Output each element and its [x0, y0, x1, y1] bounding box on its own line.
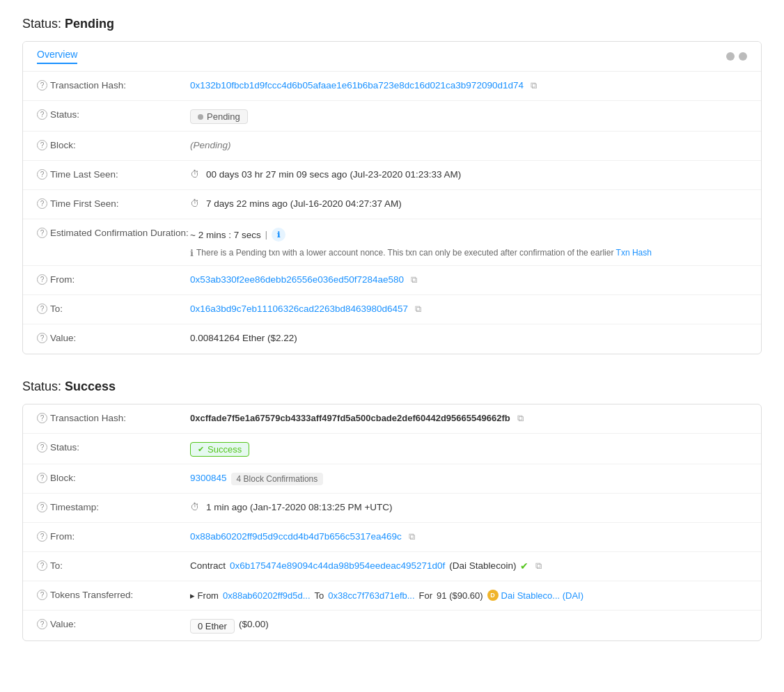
pending-value-row: ? Value: 0.00841264 Ether ($2.22) [23, 324, 761, 354]
success-tx-hash-row: ? Transaction Hash: 0xcffade7f5e1a67579c… [23, 404, 761, 434]
success-to-copy-icon[interactable]: ⧉ [535, 560, 542, 572]
time-first-seen-clock-icon: ⏱ [190, 198, 200, 209]
success-status-badge: Success [190, 442, 249, 457]
from-help-icon[interactable]: ? [37, 274, 47, 285]
pending-note: ℹ There is a Pending txn with a lower ac… [190, 248, 652, 258]
tokens-to-address-link[interactable]: 0x38cc7f763d71efb... [328, 590, 414, 601]
success-tx-hash-help-icon[interactable]: ? [37, 413, 47, 423]
success-timestamp-row: ? Timestamp: ⏱ 1 min ago (Jan-17-2020 08… [23, 494, 761, 523]
pending-to-copy-icon[interactable]: ⧉ [415, 304, 421, 315]
pending-value-label: ? Value: [37, 331, 190, 343]
success-to-verified-icon: ✔ [520, 560, 528, 572]
est-confirm-help-icon[interactable]: ? [37, 228, 47, 238]
success-to-contract-link[interactable]: 0x6b175474e89094c44da98b954eedeac495271d… [230, 560, 445, 571]
overview-tab[interactable]: Overview [37, 49, 77, 64]
success-block-value: 9300845 4 Block Confirmations [190, 471, 747, 485]
pending-tab-bar: Overview [23, 42, 761, 72]
tokens-amount: 91 ($90.60) [437, 590, 483, 601]
dai-token-link[interactable]: Dai Stableco... (DAI) [501, 590, 584, 601]
pending-block-value: (Pending) [190, 139, 747, 150]
pending-est-confirm-row: ? Estimated Confirmation Duration: ~ 2 m… [23, 219, 761, 266]
tokens-from-address-link[interactable]: 0x88ab60202ff9d5d... [223, 590, 311, 601]
success-from-value: 0x88ab60202ff9d5d9ccdd4b4d7b656c5317ea46… [190, 530, 747, 542]
success-to-value: Contract 0x6b175474e89094c44da98b954eede… [190, 559, 747, 572]
pending-time-first-seen-value: ⏱ 7 days 22 mins ago (Jul-16-2020 04:27:… [190, 197, 747, 209]
time-last-seen-text: 00 days 03 hr 27 min 09 secs ago (Jul-23… [206, 169, 461, 180]
success-value-help-icon[interactable]: ? [37, 619, 47, 629]
pending-from-address-link[interactable]: 0x53ab330f2ee86debb26556e036ed50f7284ae5… [190, 274, 404, 285]
pending-from-label: ? From: [37, 273, 190, 285]
success-status-help-icon[interactable]: ? [37, 442, 47, 453]
pending-to-label: ? To: [37, 302, 190, 314]
success-timestamp-help-icon[interactable]: ? [37, 502, 47, 512]
pending-section: Status: Pending Overview ? Transaction H… [22, 17, 762, 354]
success-block-help-icon[interactable]: ? [37, 473, 47, 483]
success-status-row: ? Status: Success [23, 434, 761, 464]
success-value-label: ? Value: [37, 618, 190, 629]
success-value-row: ? Value: 0 Ether ($0.00) [23, 611, 761, 640]
success-to-name: (Dai Stablecoin) [449, 560, 516, 571]
success-to-help-icon[interactable]: ? [37, 560, 47, 571]
success-section-title: Status: Success [22, 379, 762, 394]
success-tx-hash-value: 0xcffade7f5e1a67579cb4333aff497fd5a500cb… [190, 411, 747, 424]
time-first-seen-text: 7 days 22 mins ago (Jul-16-2020 04:27:37… [206, 198, 402, 209]
pending-status-badge: Pending [190, 109, 248, 124]
pending-earlier-txn-link[interactable]: Txn Hash [616, 248, 652, 258]
pending-tx-hash-link[interactable]: 0x132b10fbcb1d9fccc4d6b05afaae1e61b6ba72… [190, 80, 524, 91]
success-tx-hash-copy-icon[interactable]: ⧉ [517, 413, 524, 424]
pending-from-copy-icon[interactable]: ⧉ [411, 274, 417, 285]
pending-time-last-seen-row: ? Time Last Seen: ⏱ 00 days 03 hr 27 min… [23, 161, 761, 190]
pending-tx-hash-label: ? Transaction Hash: [37, 79, 190, 91]
dot-1 [726, 52, 735, 61]
pending-time-last-seen-label: ? Time Last Seen: [37, 168, 190, 180]
success-block-number-link[interactable]: 9300845 [190, 473, 227, 483]
tx-hash-help-icon[interactable]: ? [37, 80, 47, 91]
success-tx-hash-label: ? Transaction Hash: [37, 411, 190, 423]
to-help-icon[interactable]: ? [37, 304, 47, 314]
pending-from-row: ? From: 0x53ab330f2ee86debb26556e036ed50… [23, 266, 761, 295]
success-block-row: ? Block: 9300845 4 Block Confirmations [23, 464, 761, 494]
success-from-help-icon[interactable]: ? [37, 531, 47, 542]
success-tokens-label: ? Tokens Transferred: [37, 588, 190, 600]
success-timestamp-clock-icon: ⏱ [190, 502, 200, 512]
success-tokens-help-icon[interactable]: ? [37, 590, 47, 600]
pending-card: Overview ? Transaction Hash: 0x132b10fbc… [22, 41, 762, 354]
success-status-label: ? Status: [37, 441, 190, 453]
success-to-label: ? To: [37, 559, 190, 571]
pending-block-text: (Pending) [190, 140, 231, 150]
value-help-icon[interactable]: ? [37, 333, 47, 343]
pending-tx-hash-row: ? Transaction Hash: 0x132b10fbcb1d9fccc4… [23, 72, 761, 101]
success-from-row: ? From: 0x88ab60202ff9d5d9ccdd4b4d7b656c… [23, 523, 761, 552]
success-to-prefix: Contract [190, 560, 226, 571]
token-transfer-row: ▸ From 0x88ab60202ff9d5d... To 0x38cc7f7… [190, 590, 583, 601]
status-help-icon[interactable]: ? [37, 109, 47, 120]
success-from-copy-icon[interactable]: ⧉ [409, 531, 415, 542]
pending-to-address-link[interactable]: 0x16a3bd9c7eb11106326cad2263bd8463980d64… [190, 304, 408, 314]
pending-time-last-seen-value: ⏱ 00 days 03 hr 27 min 09 secs ago (Jul-… [190, 168, 747, 180]
success-block-confirmations-badge: 4 Block Confirmations [231, 473, 324, 485]
success-timestamp-value: ⏱ 1 min ago (Jan-17-2020 08:13:25 PM +UT… [190, 501, 747, 512]
success-tx-hash-text: 0xcffade7f5e1a67579cb4333aff497fd5a500cb… [190, 413, 510, 423]
pending-tx-hash-copy-icon[interactable]: ⧉ [531, 80, 537, 91]
time-last-seen-help-icon[interactable]: ? [37, 169, 47, 180]
success-block-label: ? Block: [37, 471, 190, 483]
pending-from-value: 0x53ab330f2ee86debb26556e036ed50f7284ae5… [190, 273, 747, 285]
tab-dots [726, 52, 747, 61]
dot-2 [739, 52, 747, 61]
success-value-usd: ($0.00) [239, 619, 269, 629]
dai-icon: D [487, 590, 499, 601]
success-card: ? Transaction Hash: 0xcffade7f5e1a67579c… [22, 404, 762, 641]
success-timestamp-text: 1 min ago (Jan-17-2020 08:13:25 PM +UTC) [206, 502, 393, 512]
est-confirm-info-icon[interactable]: ℹ [272, 228, 285, 242]
time-last-seen-clock-icon: ⏱ [190, 169, 200, 180]
pending-value-text: 0.00841264 Ether ($2.22) [190, 333, 297, 343]
success-value-ether-box: 0 Ether [190, 619, 235, 634]
time-first-seen-help-icon[interactable]: ? [37, 198, 47, 209]
pending-time-first-seen-row: ? Time First Seen: ⏱ 7 days 22 mins ago … [23, 190, 761, 219]
dai-token-badge: D Dai Stableco... (DAI) [487, 590, 584, 601]
pending-status-value: Pending [190, 108, 747, 124]
pending-status-label: ? Status: [37, 108, 190, 120]
block-help-icon[interactable]: ? [37, 140, 47, 150]
success-tokens-value: ▸ From 0x88ab60202ff9d5d... To 0x38cc7f7… [190, 588, 747, 601]
success-from-address-link[interactable]: 0x88ab60202ff9d5d9ccdd4b4d7b656c5317ea46… [190, 531, 402, 542]
